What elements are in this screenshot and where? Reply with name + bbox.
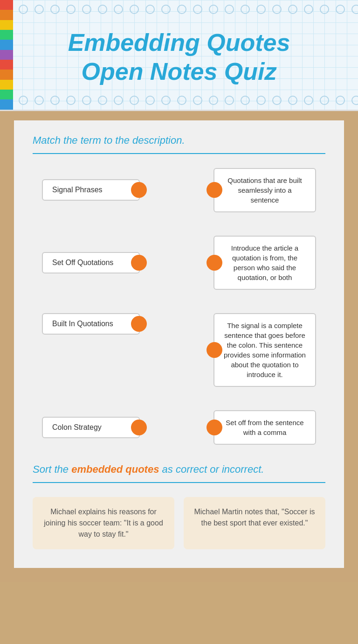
- header-section: Embedding Quotes Open Notes Quiz: [0, 0, 358, 111]
- match-area: Signal Phrases Quotations that are built…: [33, 168, 325, 445]
- desc-dot-4: [207, 420, 222, 435]
- top-dot-19: [304, 5, 313, 14]
- tape-yellow2: [0, 80, 13, 90]
- match-row-4: Colon Strategy Set off from the sentence…: [42, 410, 316, 445]
- top-dot-7: [114, 5, 123, 14]
- bot-dot-7: [114, 96, 123, 105]
- term-colon-strategy[interactable]: Colon Strategy: [42, 417, 140, 438]
- tape-green: [0, 30, 13, 40]
- desc-complete-sentence: The signal is a complete sentence that g…: [213, 313, 316, 387]
- header-circles-bottom: [19, 96, 353, 105]
- top-dot-2: [34, 5, 44, 14]
- term-set-off[interactable]: Set Off Quotations: [42, 252, 140, 273]
- bot-dot-22: [351, 96, 358, 105]
- bot-dot-21: [336, 96, 345, 105]
- tape-red: [0, 0, 13, 10]
- bot-dot-20: [320, 96, 329, 105]
- tape-blue2: [0, 99, 13, 109]
- sort-divider: [33, 482, 325, 483]
- top-dot-12: [193, 5, 202, 14]
- top-dot-11: [177, 5, 186, 14]
- desc-built-seamlessly: Quotations that are built seamlessly int…: [213, 168, 316, 212]
- bot-dot-18: [288, 96, 297, 105]
- top-dot-22: [351, 5, 358, 14]
- top-dot-10: [161, 5, 171, 14]
- page-title: Embedding Quotes Open Notes Quiz: [19, 28, 339, 86]
- desc-introduce-article: Introduce the article a quotation is fro…: [213, 236, 316, 290]
- top-dot-6: [98, 5, 107, 14]
- tape-yellow: [0, 20, 13, 30]
- desc-set-off-comma: Set off from the sentence with a comma: [213, 410, 316, 445]
- tape-purple: [0, 50, 13, 60]
- match-section: Match the term to the description. Signa…: [33, 134, 325, 445]
- match-row-1: Signal Phrases Quotations that are built…: [42, 168, 316, 212]
- top-dot-3: [50, 5, 60, 14]
- sort-card-1[interactable]: Michael explains his reasons for joining…: [33, 497, 174, 549]
- bot-dot-16: [256, 96, 266, 105]
- top-dot-21: [336, 5, 345, 14]
- top-dot-4: [66, 5, 76, 14]
- term-dot-2: [131, 255, 147, 271]
- sort-section: Sort the embedded quotes as correct or i…: [33, 463, 325, 549]
- bot-dot-15: [241, 96, 250, 105]
- top-dot-16: [256, 5, 266, 14]
- sort-card-2[interactable]: Michael Martin notes that, "Soccer is th…: [184, 497, 325, 549]
- top-dot-20: [320, 5, 329, 14]
- tape-green2: [0, 90, 13, 99]
- match-label: Match the term to the description.: [33, 134, 325, 147]
- top-dot-14: [225, 5, 234, 14]
- desc-dot-1: [207, 182, 222, 198]
- top-dot-15: [241, 5, 250, 14]
- match-row-3: Built In Quotations The signal is a comp…: [42, 313, 316, 387]
- top-dot-1: [19, 5, 28, 14]
- term-dot-3: [131, 316, 147, 332]
- bot-dot-3: [50, 96, 60, 105]
- bot-dot-2: [34, 96, 44, 105]
- bot-dot-11: [177, 96, 186, 105]
- tape-orange2: [0, 70, 13, 79]
- top-dot-5: [82, 5, 91, 14]
- bot-dot-10: [161, 96, 171, 105]
- top-dot-8: [130, 5, 139, 14]
- bot-dot-1: [19, 96, 28, 105]
- bot-dot-8: [130, 96, 139, 105]
- sort-cards: Michael explains his reasons for joining…: [33, 497, 325, 549]
- tape-blue: [0, 40, 13, 49]
- bot-dot-4: [66, 96, 76, 105]
- sort-label: Sort the embedded quotes as correct or i…: [33, 463, 325, 476]
- tape-red2: [0, 60, 13, 70]
- bot-dot-14: [225, 96, 234, 105]
- match-row-2: Set Off Quotations Introduce the article…: [42, 236, 316, 290]
- top-dot-17: [272, 5, 282, 14]
- top-dot-18: [288, 5, 297, 14]
- bot-dot-5: [82, 96, 91, 105]
- bot-dot-17: [272, 96, 282, 105]
- top-dot-9: [145, 5, 155, 14]
- match-divider: [33, 153, 325, 154]
- bot-dot-13: [209, 96, 218, 105]
- term-signal-phrases[interactable]: Signal Phrases: [42, 179, 140, 201]
- main-panel: Match the term to the description. Signa…: [14, 120, 344, 568]
- bot-dot-12: [193, 96, 202, 105]
- desc-dot-3: [207, 342, 222, 358]
- desc-dot-2: [207, 255, 222, 271]
- tape-strips: [0, 0, 13, 110]
- term-dot-1: [131, 182, 147, 198]
- bot-dot-6: [98, 96, 107, 105]
- bot-dot-19: [304, 96, 313, 105]
- bot-dot-9: [145, 96, 155, 105]
- top-dot-13: [209, 5, 218, 14]
- tape-orange: [0, 10, 13, 20]
- term-built-in[interactable]: Built In Quotations: [42, 313, 140, 335]
- term-dot-4: [131, 420, 147, 435]
- header-circles-top: [19, 5, 353, 14]
